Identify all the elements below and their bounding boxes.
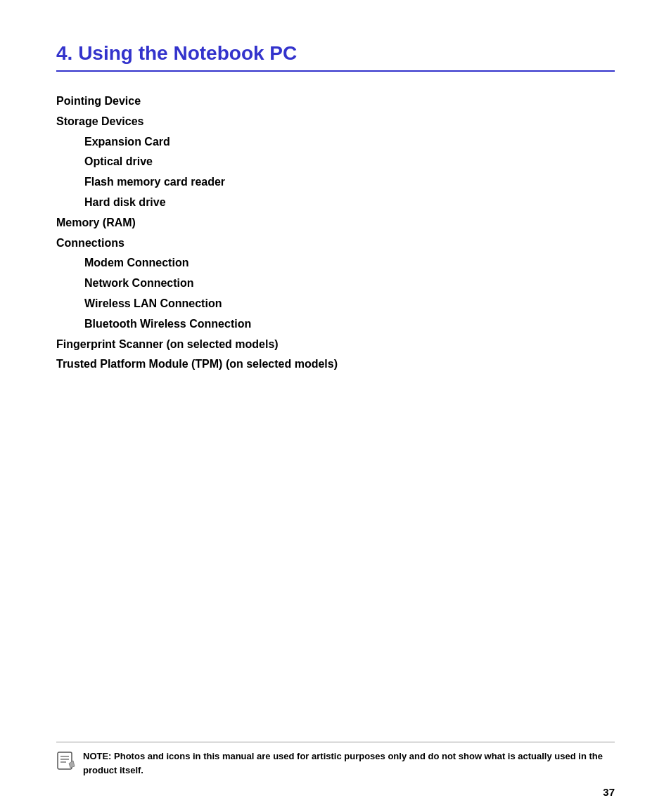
footer-note: NOTE: Photos and icons in this manual ar… [56, 749, 615, 777]
list-item: Trusted Platform Module (TPM) (on select… [56, 354, 615, 375]
list-item: Network Connection [56, 273, 615, 294]
list-item: Expansion Card [56, 132, 615, 153]
list-item: Fingerprint Scanner (on selected models) [56, 335, 615, 355]
list-item: Memory (RAM) [56, 213, 615, 233]
table-of-contents: Pointing Device Storage Devices Expansio… [56, 91, 615, 375]
list-item: Connections [56, 233, 615, 254]
list-item: Flash memory card reader [56, 172, 615, 193]
page-container: 4. Using the Notebook PC Pointing Device… [0, 0, 671, 812]
note-text: NOTE: Photos and icons in this manual ar… [83, 749, 615, 777]
list-item: Storage Devices [56, 112, 615, 132]
chapter-title: 4. Using the Notebook PC [56, 42, 615, 65]
footer-section: NOTE: Photos and icons in this manual ar… [56, 742, 615, 777]
list-item: Hard disk drive [56, 193, 615, 213]
note-icon [56, 751, 76, 771]
svg-rect-0 [58, 752, 72, 769]
title-underline [56, 70, 615, 72]
list-item: Optical drive [56, 152, 615, 172]
list-item: Pointing Device [56, 91, 615, 112]
footer-rule [56, 742, 615, 742]
list-item: Modem Connection [56, 253, 615, 273]
list-item: Wireless LAN Connection [56, 294, 615, 314]
page-number: 37 [603, 786, 615, 798]
list-item: Bluetooth Wireless Connection [56, 314, 615, 335]
